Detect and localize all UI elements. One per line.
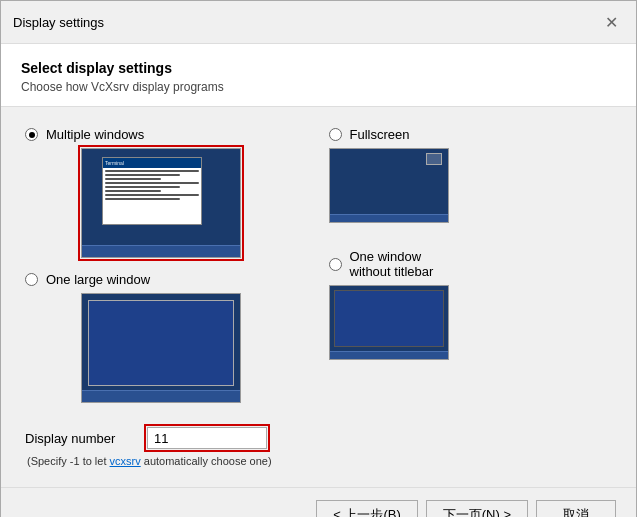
preview-taskbar-large <box>82 390 240 402</box>
close-button[interactable]: ✕ <box>598 9 624 35</box>
preview-nt-taskbar <box>330 351 448 359</box>
option-header-multiple: Multiple windows <box>25 127 309 142</box>
hint-suffix: automatically choose one) <box>141 455 272 467</box>
preview-fs-icon <box>426 153 442 165</box>
back-button[interactable]: < 上一步(B) <box>316 500 418 517</box>
radio-fullscreen[interactable] <box>329 128 342 141</box>
option-header-fullscreen: Fullscreen <box>329 127 613 142</box>
display-number-row: Display number <box>25 427 612 449</box>
footer: < 上一步(B) 下一页(N) > 取消 <box>1 487 636 517</box>
next-button[interactable]: 下一页(N) > <box>426 500 528 517</box>
radio-no-titlebar[interactable] <box>329 258 342 271</box>
title-bar: Display settings ✕ <box>1 1 636 44</box>
preview-titlebar: Terminal <box>103 158 201 168</box>
option-header-large: One large window <box>25 272 309 287</box>
cancel-button[interactable]: 取消 <box>536 500 616 517</box>
option-one-large-window: One large window <box>25 272 309 403</box>
preview-box-large <box>81 293 241 403</box>
preview-large-window <box>88 300 234 386</box>
radio-one-large-window[interactable] <box>25 273 38 286</box>
dialog: Display settings ✕ Select display settin… <box>0 0 637 517</box>
display-number-hint: (Specify -1 to let vcxsrv automatically … <box>27 455 612 467</box>
radio-multiple-windows[interactable] <box>25 128 38 141</box>
options-layout: Multiple windows Terminal <box>25 127 612 417</box>
preview-one-large <box>53 293 309 403</box>
label-no-titlebar: One window without titlebar <box>350 249 434 279</box>
display-number-input[interactable] <box>147 427 267 449</box>
preview-box-fullscreen <box>329 148 449 223</box>
right-column: Fullscreen One window without titlebar <box>329 127 613 417</box>
header-subtitle: Choose how VcXsrv display programs <box>21 80 616 94</box>
label-multiple-windows: Multiple windows <box>46 127 144 142</box>
preview-window-multiple: Terminal <box>102 157 202 225</box>
content-area: Multiple windows Terminal <box>1 107 636 487</box>
display-number-section: Display number (Specify -1 to let vcxsrv… <box>25 427 612 467</box>
label-fullscreen: Fullscreen <box>350 127 410 142</box>
header-section: Select display settings Choose how VcXsr… <box>1 44 636 107</box>
display-number-label: Display number <box>25 431 135 446</box>
preview-taskbar-multiple <box>82 245 240 257</box>
preview-box-multiple: Terminal <box>81 148 241 258</box>
preview-fs-taskbar <box>330 214 448 222</box>
option-multiple-windows: Multiple windows Terminal <box>25 127 309 258</box>
preview-multiple-windows: Terminal <box>53 148 309 258</box>
vcxsrv-link[interactable]: vcxsrv <box>110 455 141 467</box>
preview-nt-window <box>334 290 444 347</box>
option-fullscreen: Fullscreen <box>329 127 613 223</box>
option-header-notitlebar: One window without titlebar <box>329 249 613 279</box>
dialog-title: Display settings <box>13 15 104 30</box>
preview-content <box>103 168 201 224</box>
hint-prefix: (Specify -1 to let <box>27 455 110 467</box>
option-no-titlebar: One window without titlebar <box>329 249 613 360</box>
left-column: Multiple windows Terminal <box>25 127 309 417</box>
header-title: Select display settings <box>21 60 616 76</box>
label-one-large-window: One large window <box>46 272 150 287</box>
preview-box-notitlebar <box>329 285 449 360</box>
